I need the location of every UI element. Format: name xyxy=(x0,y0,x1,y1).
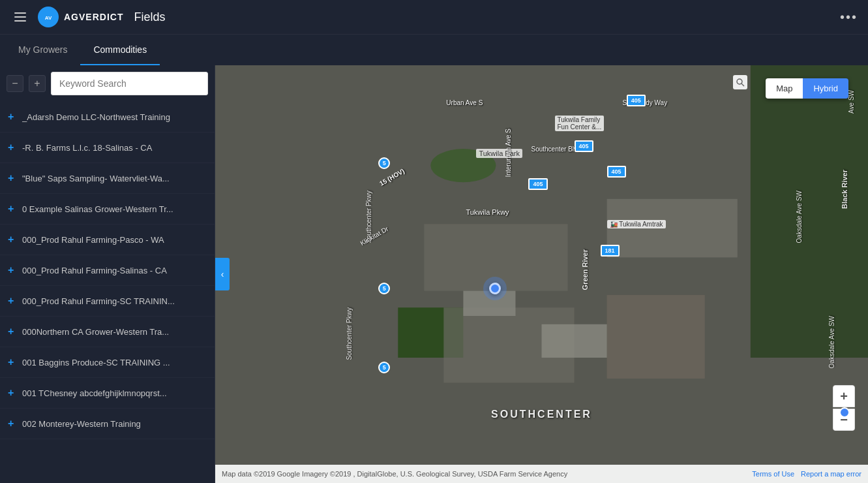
highway-badge-405-mid: 405 xyxy=(575,140,593,152)
street-label-interurban: Interurban Ave S xyxy=(502,128,515,178)
attribution-left: Map data ©2019 Google Imagery ©2019 , Di… xyxy=(222,470,567,478)
list-item-label: 0 Example Salinas Grower-Western Tr... xyxy=(22,204,207,214)
growers-list: +_Adarsh Demo LLC-Northwest Training+-R.… xyxy=(0,102,215,483)
list-item[interactable]: +000_Prod Rahul Farming-SC TRAININ... xyxy=(0,286,215,317)
svg-rect-0 xyxy=(14,12,26,14)
highway-badge-405-top: 405 xyxy=(627,95,646,106)
tab-bar: My Growers Commodities xyxy=(0,34,868,65)
map-background xyxy=(215,65,868,483)
street-label-oaksdale-bottom: Oaksdale Ave SW xyxy=(828,316,835,368)
list-item[interactable]: +_Adarsh Demo LLC-Northwest Training xyxy=(0,102,215,132)
highway-badge-5-mid: 5 xyxy=(378,283,390,294)
list-item[interactable]: +001 TChesney abcdefghijklmnopqrst... xyxy=(0,378,215,409)
list-item[interactable]: +000Northern CA Grower-Western Tra... xyxy=(0,317,215,347)
list-item[interactable]: +-R. B. Farms L.l.c. 18-Salinas - CA xyxy=(0,132,215,163)
search-input[interactable] xyxy=(51,72,208,95)
street-label-oaksdale-top: Oaksdale Ave SW xyxy=(796,191,803,243)
list-item-plus-icon: + xyxy=(8,387,17,399)
list-item-plus-icon: + xyxy=(8,203,17,215)
tab-commodities[interactable]: Commodities xyxy=(80,35,160,66)
highway-badge-181: 181 xyxy=(601,245,620,257)
page-title: Fields xyxy=(134,10,165,24)
map-attribution: Map data ©2019 Google Imagery ©2019 , Di… xyxy=(215,465,868,483)
more-options-button[interactable]: ••• xyxy=(840,10,858,25)
list-item-label: 001 TChesney abcdefghijklmnopqrst... xyxy=(22,388,207,398)
list-item[interactable]: +000_Prod Rahul Farming-Pasco - WA xyxy=(0,225,215,255)
list-item[interactable]: +002 Monterey-Western Training xyxy=(0,409,215,439)
collapse-sidebar-button[interactable]: ‹ xyxy=(215,258,230,290)
svg-rect-12 xyxy=(607,295,705,379)
highway-badge-5-top: 5 xyxy=(378,157,390,169)
map-satellite-svg xyxy=(215,65,868,483)
svg-rect-15 xyxy=(542,324,607,358)
logo-text: AGVERDICT xyxy=(64,12,123,22)
list-item[interactable]: +0 Example Salinas Grower-Western Tr... xyxy=(0,194,215,225)
terms-of-use-link[interactable]: Terms of Use xyxy=(752,470,794,478)
list-item-label: _Adarsh Demo LLC-Northwest Training xyxy=(22,112,207,122)
list-item-plus-icon: + xyxy=(8,234,17,245)
sidebar-controls: − + xyxy=(0,65,215,102)
list-item-plus-icon: + xyxy=(8,356,17,368)
list-item-plus-icon: + xyxy=(8,295,17,307)
list-item-plus-icon: + xyxy=(8,326,17,337)
logo-circle: AV xyxy=(38,7,59,27)
list-item-plus-icon: + xyxy=(8,111,17,123)
highway-badge-5-bot: 5 xyxy=(378,362,390,373)
street-label-black-river: Black River xyxy=(841,170,848,209)
list-item[interactable]: +001 Baggins Produce-SC TRAINING ... xyxy=(0,347,215,378)
app-logo: AV AGVERDICT xyxy=(38,7,123,27)
svg-point-16 xyxy=(737,79,742,84)
street-label-tukwila-family: Tukwila FamilyFun Center &... xyxy=(555,116,605,131)
list-item-plus-icon: + xyxy=(8,142,17,153)
map-type-toggle: Map Hybrid xyxy=(766,78,848,99)
top-navigation: AV AGVERDICT Fields ••• xyxy=(0,0,868,34)
svg-line-17 xyxy=(741,84,744,86)
attribution-text: Map data ©2019 Google Imagery ©2019 , Di… xyxy=(222,470,567,478)
map-zoom-in-button[interactable]: + xyxy=(833,385,855,407)
list-item-plus-icon: + xyxy=(8,418,17,429)
list-item[interactable]: +000_Prod Rahul Farming-Salinas - CA xyxy=(0,255,215,286)
svg-rect-1 xyxy=(14,16,26,18)
svg-rect-2 xyxy=(14,20,26,22)
zoom-in-button[interactable]: + xyxy=(29,75,46,92)
street-label-urban-ave: Urban Ave S xyxy=(443,99,485,107)
list-item-label: 000_Prod Rahul Farming-Salinas - CA xyxy=(22,266,207,275)
map-type-hybrid-button[interactable]: Hybrid xyxy=(803,78,848,99)
list-item-plus-icon: + xyxy=(8,264,17,276)
street-label-tukwila-park: Tukwila Park xyxy=(476,149,522,158)
map-search-icon[interactable] xyxy=(733,75,747,89)
list-item[interactable]: +"Blue" Saps Sampling- Watervliet-Wa... xyxy=(0,163,215,194)
map-type-map-button[interactable]: Map xyxy=(766,78,803,99)
location-dot xyxy=(489,283,501,294)
list-item-label: 002 Monterey-Western Training xyxy=(22,419,207,429)
zoom-out-button[interactable]: − xyxy=(7,75,23,92)
list-item-label: -R. B. Farms L.l.c. 18-Salinas - CA xyxy=(22,143,207,153)
street-label-tukwila-amtrak: 🚂 Tukwila Amtrak xyxy=(607,220,666,228)
street-label-sc-pkwy-bottom: Southcenter Pkwy xyxy=(346,307,353,360)
list-item-plus-icon: + xyxy=(8,172,17,184)
hamburger-menu[interactable] xyxy=(10,12,30,22)
report-map-error-link[interactable]: Report a map error xyxy=(801,470,861,478)
street-label-green-river: Green River xyxy=(581,249,589,290)
street-label-ave-sw: Ave SW xyxy=(848,90,855,114)
svg-text:AV: AV xyxy=(45,15,52,21)
list-item-label: "Blue" Saps Sampling- Watervliet-Wa... xyxy=(22,174,207,183)
blue-indicator xyxy=(839,407,850,418)
map-area: ‹ Tukwila FamilyFun Center &... Tukwila … xyxy=(215,65,868,483)
list-item-label: 000Northern CA Grower-Western Tra... xyxy=(22,327,207,337)
attribution-right: Terms of Use Report a map error xyxy=(752,470,861,478)
street-label-tukwila-pkwy: Tukwila Pkwy xyxy=(463,208,511,217)
list-item-label: 000_Prod Rahul Farming-Pasco - WA xyxy=(22,235,207,245)
main-content: − + +_Adarsh Demo LLC-Northwest Training… xyxy=(0,65,868,483)
list-item-label: 000_Prod Rahul Farming-SC TRAININ... xyxy=(22,296,207,306)
highway-badge-405-bot: 405 xyxy=(528,178,547,190)
list-item-label: 001 Baggins Produce-SC TRAINING ... xyxy=(22,358,207,367)
highway-badge-405-right: 405 xyxy=(607,166,626,178)
tab-my-growers[interactable]: My Growers xyxy=(5,35,80,66)
sidebar: − + +_Adarsh Demo LLC-Northwest Training… xyxy=(0,65,215,483)
